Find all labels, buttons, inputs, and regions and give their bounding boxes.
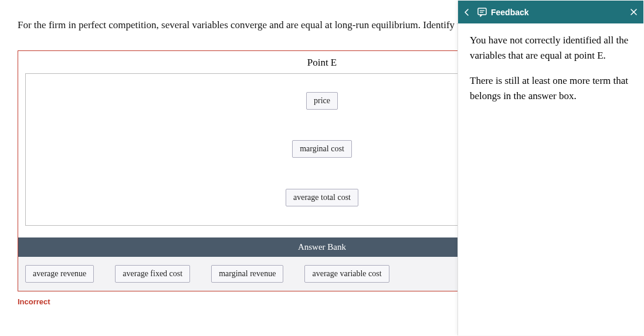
svg-rect-0	[478, 8, 486, 15]
feedback-panel: Feedback You have not correctly identifi…	[457, 1, 643, 335]
chip-marginal-cost[interactable]: marginal cost	[292, 140, 352, 158]
feedback-paragraph-1: You have not correctly identified all th…	[470, 33, 632, 63]
chip-average-fixed-cost[interactable]: average fixed cost	[115, 265, 190, 283]
close-icon[interactable]	[630, 8, 638, 16]
chip-average-total-cost[interactable]: average total cost	[286, 189, 358, 206]
chip-price[interactable]: price	[306, 92, 338, 110]
chip-average-variable-cost[interactable]: average variable cost	[304, 265, 389, 283]
feedback-title: Feedback	[491, 8, 630, 17]
chip-average-revenue[interactable]: average revenue	[25, 265, 94, 283]
feedback-body: You have not correctly identified all th…	[458, 23, 643, 123]
chip-marginal-revenue[interactable]: marginal revenue	[211, 265, 283, 283]
back-icon[interactable]	[464, 8, 473, 16]
feedback-header: Feedback	[458, 1, 643, 23]
feedback-icon	[477, 7, 487, 18]
feedback-paragraph-2: There is still at least one more term th…	[470, 73, 632, 103]
